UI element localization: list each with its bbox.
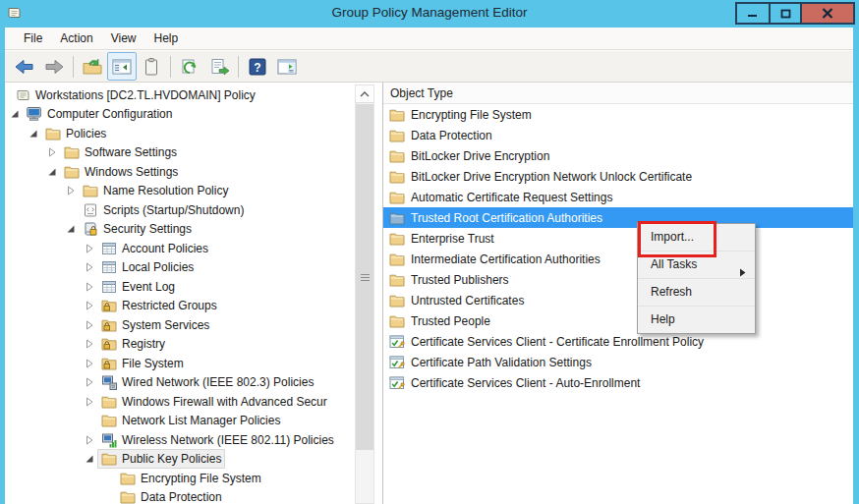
tree-item-label: Data Protection (141, 490, 222, 504)
menu-view[interactable]: View (102, 28, 145, 49)
tree-item-encrypting-file-system[interactable]: Encrypting File System (5, 469, 382, 488)
list-item-trusted-root-certification-authorities[interactable]: Trusted Root Certification Authorities (383, 207, 853, 228)
tree-item-label: Registry (122, 337, 165, 351)
minimize-button[interactable] (735, 2, 771, 25)
expander-open-icon[interactable] (85, 454, 98, 464)
list-item-data-protection[interactable]: Data Protection (383, 125, 853, 145)
window: Group Policy Management Editor FileActio… (0, 0, 859, 504)
expander-open-icon[interactable] (66, 224, 80, 234)
window-controls (737, 2, 855, 25)
table-icon (101, 279, 118, 295)
tree-item-data-protection[interactable]: Data Protection (5, 488, 382, 504)
expander-closed-icon[interactable] (85, 397, 98, 407)
list-item-label: Certificate Services Client - Certificat… (411, 335, 704, 349)
expander-closed-icon[interactable] (85, 339, 98, 349)
tree-item-body: System Services (98, 316, 212, 334)
tree-item-policies[interactable]: Policies (5, 124, 382, 143)
folder-icon (64, 164, 81, 180)
list-item-trusted-people[interactable]: Trusted People (383, 310, 853, 331)
list-item-trusted-publishers[interactable]: Trusted Publishers (383, 269, 853, 290)
list-item-enterprise-trust[interactable]: Enterprise Trust (383, 228, 853, 249)
forward-arrow-button[interactable] (39, 52, 69, 81)
tree-item-public-key-policies[interactable]: Public Key Policies (5, 450, 382, 470)
up-one-level-button[interactable] (78, 52, 107, 81)
list-item-encrypting-file-system[interactable]: Encrypting File System (383, 104, 853, 125)
expander-open-icon[interactable] (29, 129, 42, 139)
list-item-certificate-services-client-auto-enrollment[interactable]: Certificate Services Client - Auto-Enrol… (383, 372, 853, 393)
tree-item-windows-settings[interactable]: Windows Settings (5, 162, 382, 182)
tree-scrollbar[interactable] (355, 84, 374, 504)
expander-closed-icon[interactable] (85, 262, 98, 272)
menu-file[interactable]: File (15, 28, 51, 49)
list-item-label: Intermediate Certification Authorities (411, 252, 601, 266)
tree-item-restricted-groups[interactable]: Restricted Groups (5, 297, 382, 316)
tree-item-label: Public Key Policies (122, 452, 221, 466)
expander-closed-icon[interactable] (47, 147, 61, 157)
expander-closed-icon[interactable] (66, 186, 80, 196)
properties-clipboard-button[interactable] (137, 52, 166, 81)
tree-item-system-services[interactable]: System Services (5, 315, 382, 335)
maximize-button[interactable] (769, 2, 802, 25)
tree-item-windows-firewall-with-advanced-secur[interactable]: Windows Firewall with Advanced Secur (5, 392, 382, 412)
menu-action[interactable]: Action (51, 28, 101, 49)
show-console-tree-button[interactable] (107, 52, 137, 81)
tree-item-workstations-dc2-tl-hvdomain-policy[interactable]: Workstations [DC2.TL.HVDOMAIN] Policy (5, 85, 382, 105)
tree-item-wired-network-ieee-802-3-policies[interactable]: Wired Network (IEEE 802.3) Policies (5, 373, 382, 393)
expander-closed-icon[interactable] (85, 359, 98, 368)
tree-item-wireless-network-ieee-802-11-policies[interactable]: Wireless Network (IEEE 802.11) Policies (5, 430, 382, 450)
tree-item-network-list-manager-policies[interactable]: Network List Manager Policies (5, 412, 382, 431)
expander-closed-icon[interactable] (85, 320, 98, 330)
list-item-intermediate-certification-authorities[interactable]: Intermediate Certification Authorities (383, 249, 853, 269)
toolbar-separator (238, 56, 239, 78)
list-item-bitlocker-drive-encryption-network-unlock-certificate[interactable]: BitLocker Drive Encryption Network Unloc… (383, 166, 853, 187)
back-arrow-button[interactable] (10, 52, 39, 81)
tree-item-label: Wired Network (IEEE 802.3) Policies (122, 375, 314, 389)
menu-help[interactable]: Help (145, 28, 188, 49)
tree-item-file-system[interactable]: File System (5, 354, 382, 373)
scroll-up-button[interactable] (356, 85, 373, 103)
expander-closed-icon[interactable] (85, 435, 98, 445)
expander-closed-icon[interactable] (85, 282, 98, 292)
context-menu-item-label: Help (651, 312, 675, 326)
list-item-automatic-certificate-request-settings[interactable]: Automatic Certificate Request Settings (383, 187, 853, 207)
close-button[interactable] (800, 2, 855, 25)
expander-open-icon[interactable] (47, 167, 61, 177)
context-menu-item-refresh[interactable]: Refresh (638, 278, 755, 306)
help-button[interactable]: ? (243, 52, 272, 81)
tree-item-scripts-startup-shutdown[interactable]: Scripts (Startup/Shutdown) (5, 200, 382, 220)
tree-item-registry[interactable]: Registry (5, 335, 382, 355)
tree-item-name-resolution-policy[interactable]: Name Resolution Policy (5, 182, 382, 201)
folder-blue-icon (389, 210, 406, 226)
list-item-label: Trusted Root Certification Authorities (411, 211, 602, 225)
tree-item-local-policies[interactable]: Local Policies (5, 258, 382, 278)
list-item-bitlocker-drive-encryption[interactable]: BitLocker Drive Encryption (383, 145, 853, 166)
export-list-button[interactable] (204, 52, 234, 81)
properties-clipboard-icon (141, 57, 162, 77)
tree-item-account-policies[interactable]: Account Policies (5, 239, 382, 258)
show-action-pane-button[interactable] (272, 52, 302, 81)
tree-item-body: Computer Configuration (24, 105, 175, 123)
expander-closed-icon[interactable] (85, 244, 98, 253)
tree-item-event-log[interactable]: Event Log (5, 277, 382, 297)
expander-open-icon[interactable] (10, 109, 24, 119)
tree-item-body: Account Policies (98, 240, 211, 257)
list-item-certificate-services-client-certificate-enrollment-policy[interactable]: Certificate Services Client - Certificat… (383, 331, 853, 352)
results-pane: Object Type Encrypting File SystemData P… (383, 83, 853, 504)
expander-closed-icon[interactable] (85, 301, 98, 310)
list-item-untrusted-certificates[interactable]: Untrusted Certificates (383, 290, 853, 310)
tree-item-computer-configuration[interactable]: Computer Configuration (5, 105, 382, 125)
refresh-button[interactable] (175, 52, 204, 81)
export-list-icon (208, 57, 230, 77)
tree-item-software-settings[interactable]: Software Settings (5, 143, 382, 163)
expander-closed-icon[interactable] (85, 377, 98, 387)
column-header-object-type[interactable]: Object Type (383, 83, 853, 104)
tree-item-body: Software Settings (61, 143, 180, 161)
tree-item-label: Windows Firewall with Advanced Secur (122, 395, 327, 409)
list-item-certificate-path-validation-settings[interactable]: Certificate Path Validation Settings (383, 352, 853, 372)
context-menu-item-help[interactable]: Help (638, 306, 755, 333)
tree-item-security-settings[interactable]: Security Settings (5, 220, 382, 240)
toolbar-separator (73, 56, 74, 78)
scrollbar-thumb[interactable] (356, 104, 373, 450)
gpo-scroll-icon (15, 87, 31, 103)
annotation-highlight-import (638, 221, 716, 257)
